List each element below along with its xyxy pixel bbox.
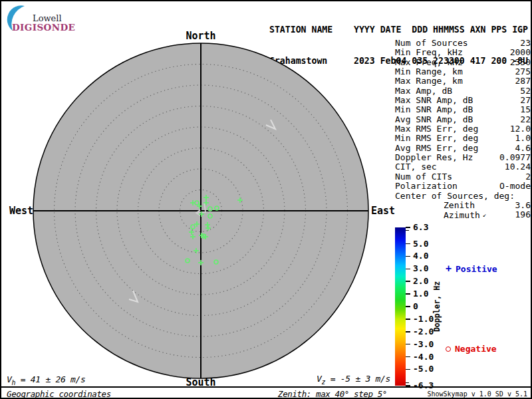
parameter-row: Zenith3.6 <box>395 201 531 210</box>
parameter-row: Num of CITs2 <box>395 172 531 182</box>
colorbar-gradient <box>395 227 406 386</box>
colorbar-tick <box>406 227 410 228</box>
parameter-row: Min Range, km275 <box>395 67 531 76</box>
colorbar-tick-label: 1.0 <box>413 289 428 299</box>
vz-symbol: V <box>317 374 322 384</box>
colorbar-tick-label: -3.0 <box>413 339 434 350</box>
parameter-row: Doppler Res, Hz0.0977 <box>395 153 531 162</box>
colorbar-tick <box>406 269 410 270</box>
colorbar-tick <box>406 356 410 358</box>
vh-symbol: V <box>7 374 12 384</box>
parameter-row: Min SNR Amp, dB15 <box>395 105 531 114</box>
parameter-row: Avg SNR Amp, dB22 <box>395 115 531 124</box>
horizontal-velocity-readout: Vh = 41 ± 26 m/s <box>7 374 86 386</box>
colorbar-tick-label: 5.0 <box>413 239 428 249</box>
parameter-row: Max Freq, kHz2350 <box>395 58 531 67</box>
parameter-row: Max RMS Err, deg12.0 <box>395 124 531 134</box>
colorbar-tick-label: -4.0 <box>413 352 434 362</box>
colorbar-tick-label: 6.3 <box>413 222 428 233</box>
compass-west-label: West <box>7 205 33 217</box>
vz-value: = -5 ± 3 m/s <box>325 374 390 384</box>
colorbar-tick-label: 2.0 <box>413 276 428 287</box>
colorbar-tick-label: 4.0 <box>413 251 428 261</box>
parameter-row: Min Freq, kHz2000 <box>395 48 531 57</box>
vh-value: = 41 ± 26 m/s <box>15 374 85 384</box>
negative-legend: Negative <box>446 344 497 354</box>
colorbar-tick <box>406 256 410 257</box>
zenith-range-note: Zenith: max 40° step 5° <box>278 389 387 399</box>
colorbar-minor-tick <box>406 382 409 384</box>
coordinates-note: Geographic coordinates <box>7 389 111 399</box>
showskymap-window: Lowell DIGISONDE STATION NAME YYYY DATE … <box>0 0 532 399</box>
colorbar-tick <box>406 344 410 345</box>
colorbar-tick <box>406 369 410 370</box>
colorbar-tick <box>406 331 410 332</box>
colorbar-tick <box>406 281 410 282</box>
colorbar-tick-label: -2.0 <box>413 327 434 337</box>
positive-legend: + Positive <box>446 264 497 274</box>
negative-legend-label: Negative <box>455 344 497 354</box>
negative-marker-icon <box>446 346 451 352</box>
parameter-row: CIT, sec10.24 <box>395 162 531 172</box>
colorbar-tick-label: -5.0 <box>413 364 434 374</box>
colorbar-tick <box>406 243 410 245</box>
parameter-row: PolarizationO-mode <box>395 182 531 191</box>
colorbar-minor-tick <box>406 230 409 231</box>
parameter-row: Center of Sources, deg: <box>395 192 531 201</box>
compass-north-label: North <box>174 30 227 42</box>
colorbar-tick-label: 0 <box>413 301 418 312</box>
parameters-list: Num of Sources23Min Freq, kHz2000Max Fre… <box>395 39 531 220</box>
parameter-row: Num of Sources23 <box>395 39 531 48</box>
parameter-row: Avg RMS Err, deg4.6 <box>395 144 531 153</box>
colorbar-tick <box>406 306 410 307</box>
footer-separator-line <box>1 386 532 388</box>
colorbar-tick-label: -6.3 <box>413 380 434 391</box>
parameter-row: Max SNR Amp, dB27 <box>395 96 531 105</box>
arrow-down-left-icon: ↙ <box>480 211 486 218</box>
colorbar-tick <box>406 319 410 320</box>
colorbar-tick <box>406 293 410 295</box>
parameter-row: Max Range, km287 <box>395 76 531 86</box>
parameter-row: Min RMS Err, deg1.0 <box>395 134 531 143</box>
colorbar-tick-label: -1.0 <box>413 314 434 325</box>
positive-marker-icon: + <box>446 265 452 273</box>
colorbar-title: Doppler, Hz <box>432 277 442 336</box>
vertical-velocity-readout: Vz = -5 ± 3 m/s <box>317 374 390 386</box>
positive-legend-label: Positive <box>456 264 497 274</box>
software-version: ShowSkymap v 1.0 SD v 5.1 <box>427 390 527 398</box>
parameter-row: Azimuth↙196 <box>395 210 531 219</box>
parameter-row: Max Amp, dB52 <box>395 86 531 96</box>
colorbar-tick-label: 3.0 <box>413 263 428 274</box>
